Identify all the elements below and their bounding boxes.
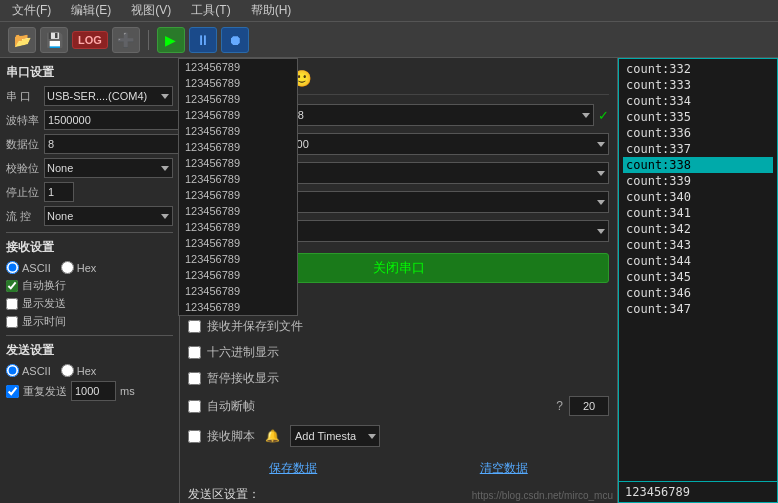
data-footer: 123456789 bbox=[619, 481, 777, 502]
watermark: https://blog.csdn.net/mirco_mcu bbox=[472, 490, 613, 501]
dropdown-item-12[interactable]: 123456789 bbox=[179, 251, 297, 267]
recv-section-title: 接收设置 bbox=[6, 239, 173, 256]
recv-hex-radio[interactable]: Hex bbox=[61, 261, 97, 274]
dropdown-item-6[interactable]: 123456789 bbox=[179, 155, 297, 171]
data-item-0[interactable]: count:332 bbox=[623, 61, 773, 77]
data-item-1[interactable]: count:333 bbox=[623, 77, 773, 93]
pause-recv-checkbox[interactable]: 暂停接收显示 bbox=[188, 370, 609, 387]
auto-break-label: 自动断帧 bbox=[207, 398, 255, 415]
port-config-select[interactable]: COM18 bbox=[261, 104, 594, 126]
data-item-11[interactable]: count:343 bbox=[623, 237, 773, 253]
clear-data-button[interactable]: 清空数据 bbox=[480, 460, 528, 477]
dropdown-item-13[interactable]: 123456789 bbox=[179, 267, 297, 283]
repeat-send-checkbox[interactable] bbox=[6, 385, 19, 398]
right-panel: count:332count:333count:334count:335coun… bbox=[618, 58, 778, 503]
data-item-7[interactable]: count:339 bbox=[623, 173, 773, 189]
script-checkbox[interactable] bbox=[188, 430, 201, 443]
auto-wrap-checkbox[interactable]: 自动换行 bbox=[6, 278, 173, 293]
dropdown-item-4[interactable]: 123456789 bbox=[179, 123, 297, 139]
data-input[interactable] bbox=[44, 134, 190, 154]
menu-tools[interactable]: 工具(T) bbox=[187, 2, 234, 19]
data-item-14[interactable]: count:346 bbox=[623, 285, 773, 301]
dropdown-item-14[interactable]: 123456789 bbox=[179, 283, 297, 299]
stop-row: 停止位 bbox=[6, 182, 173, 202]
stop-input[interactable] bbox=[44, 182, 74, 202]
repeat-send-label: 重复发送 bbox=[23, 384, 67, 399]
auto-break-input[interactable] bbox=[569, 396, 609, 416]
data-item-2[interactable]: count:334 bbox=[623, 93, 773, 109]
save-data-button[interactable]: 保存数据 bbox=[269, 460, 317, 477]
data-item-6[interactable]: count:338 bbox=[623, 157, 773, 173]
baud-input[interactable] bbox=[44, 110, 190, 130]
data-list[interactable]: count:332count:333count:334count:335coun… bbox=[619, 59, 777, 481]
port-select-wrapper: COM18 ✓ bbox=[261, 104, 609, 126]
dropdown-item-10[interactable]: 123456789 bbox=[179, 219, 297, 235]
data-item-3[interactable]: count:335 bbox=[623, 109, 773, 125]
menu-view[interactable]: 视图(V) bbox=[127, 2, 175, 19]
main-layout: 串口设置 串 口 USB-SER....(COM4) 波特率 数据位 校验位 N… bbox=[0, 58, 778, 503]
menu-bar: 文件(F) 编辑(E) 视图(V) 工具(T) 帮助(H) bbox=[0, 0, 778, 22]
data-item-12[interactable]: count:344 bbox=[623, 253, 773, 269]
left-panel: 串口设置 串 口 USB-SER....(COM4) 波特率 数据位 校验位 N… bbox=[0, 58, 180, 503]
menu-help[interactable]: 帮助(H) bbox=[247, 2, 296, 19]
recv-ascii-radio[interactable]: ASCII bbox=[6, 261, 51, 274]
show-send-checkbox[interactable]: 显示发送 bbox=[6, 296, 173, 311]
port-select[interactable]: USB-SER....(COM4) bbox=[44, 86, 173, 106]
dropdown-list[interactable]: 123456789 123456789 123456789 123456789 … bbox=[178, 58, 298, 316]
dropdown-item-7[interactable]: 123456789 bbox=[179, 171, 297, 187]
baud-config-select[interactable]: 1500000 bbox=[261, 133, 609, 155]
open-button[interactable]: 📂 bbox=[8, 27, 36, 53]
add-button[interactable]: ➕ bbox=[112, 27, 140, 53]
script-label: 接收脚本 bbox=[207, 428, 255, 445]
dropdown-item-11[interactable]: 123456789 bbox=[179, 235, 297, 251]
recv-radio-group: ASCII Hex bbox=[6, 261, 173, 274]
dropdown-item-9[interactable]: 123456789 bbox=[179, 203, 297, 219]
data-item-15[interactable]: count:347 bbox=[623, 301, 773, 317]
script-select[interactable]: Add Timesta bbox=[290, 425, 380, 447]
divider1 bbox=[6, 232, 173, 233]
menu-file[interactable]: 文件(F) bbox=[8, 2, 55, 19]
save-to-file-checkbox[interactable]: 接收并保存到文件 bbox=[188, 318, 609, 335]
data-item-9[interactable]: count:341 bbox=[623, 205, 773, 221]
dropdown-item-8[interactable]: 123456789 bbox=[179, 187, 297, 203]
data-item-5[interactable]: count:337 bbox=[623, 141, 773, 157]
menu-edit[interactable]: 编辑(E) bbox=[67, 2, 115, 19]
send-ascii-radio[interactable]: ASCII bbox=[6, 364, 51, 377]
auto-break-row: 自动断帧 ? bbox=[188, 396, 609, 416]
dropdown-item-2[interactable]: 123456789 bbox=[179, 91, 297, 107]
play-button[interactable]: ▶ bbox=[157, 27, 185, 53]
check-select[interactable]: None bbox=[44, 158, 173, 178]
script-row: 接收脚本 🔔 Add Timesta bbox=[188, 425, 609, 447]
repeat-send-row: 重复发送 ms bbox=[6, 381, 173, 401]
log-button[interactable]: LOG bbox=[72, 31, 108, 49]
flow-select[interactable]: None bbox=[44, 206, 173, 226]
auto-break-question: ? bbox=[556, 399, 563, 413]
auto-break-checkbox[interactable] bbox=[188, 400, 201, 413]
data-item-4[interactable]: count:336 bbox=[623, 125, 773, 141]
hex-display-checkbox[interactable]: 十六进制显示 bbox=[188, 344, 609, 361]
data-item-13[interactable]: count:345 bbox=[623, 269, 773, 285]
dropdown-item-15[interactable]: 123456789 bbox=[179, 299, 297, 315]
pause-button[interactable]: ⏸ bbox=[189, 27, 217, 53]
toolbar: 📂 💾 LOG ➕ ▶ ⏸ ⏺ bbox=[0, 22, 778, 58]
data-label: 数据位 bbox=[6, 137, 44, 152]
stop-label: 停止位 bbox=[6, 185, 44, 200]
port-row: 串 口 USB-SER....(COM4) bbox=[6, 86, 173, 106]
save-button[interactable]: 💾 bbox=[40, 27, 68, 53]
dropdown-item-1[interactable]: 123456789 bbox=[179, 75, 297, 91]
data-item-10[interactable]: count:342 bbox=[623, 221, 773, 237]
divider2 bbox=[6, 335, 173, 336]
dropdown-item-5[interactable]: 123456789 bbox=[179, 139, 297, 155]
baud-label: 波特率 bbox=[6, 113, 44, 128]
repeat-send-input[interactable] bbox=[71, 381, 116, 401]
data-item-8[interactable]: count:340 bbox=[623, 189, 773, 205]
record-button[interactable]: ⏺ bbox=[221, 27, 249, 53]
dropdown-item-0[interactable]: 123456789 bbox=[179, 59, 297, 75]
check-row: 校验位 None bbox=[6, 158, 173, 178]
dropdown-item-3[interactable]: 123456789 bbox=[179, 107, 297, 123]
send-hex-radio[interactable]: Hex bbox=[61, 364, 97, 377]
checkmark-icon: ✓ bbox=[598, 108, 609, 123]
send-radio-group: ASCII Hex bbox=[6, 364, 173, 377]
baud-select-wrapper: 1500000 bbox=[261, 133, 609, 155]
show-time-checkbox[interactable]: 显示时间 bbox=[6, 314, 173, 329]
